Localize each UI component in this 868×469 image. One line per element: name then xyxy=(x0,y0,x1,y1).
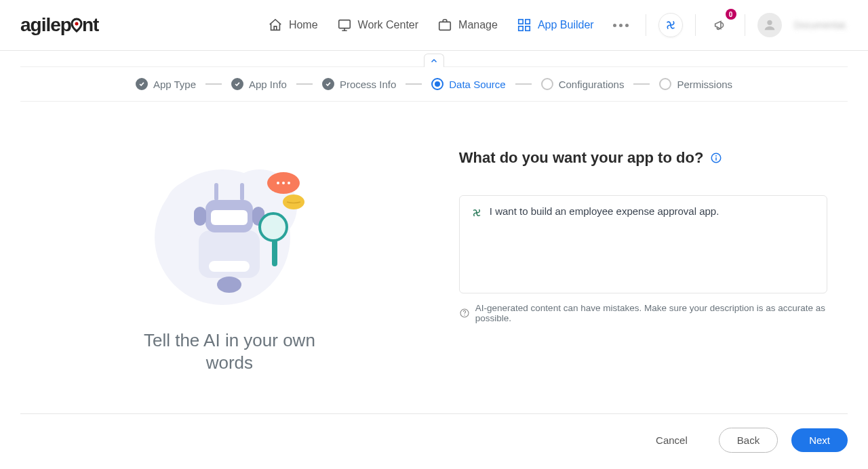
step-separator xyxy=(296,83,313,85)
svg-point-25 xyxy=(260,213,287,241)
ai-assist-button[interactable] xyxy=(658,13,683,37)
left-column: Tell the AI in your own words xyxy=(41,142,418,373)
svg-rect-16 xyxy=(240,183,244,201)
nav-home-label: Home xyxy=(289,19,318,31)
brand-pin-icon xyxy=(71,18,83,33)
nav-items: Home Work Center Manage App Builder xyxy=(268,18,629,33)
back-button[interactable]: Back xyxy=(719,428,778,453)
active-circle-icon xyxy=(431,78,443,90)
svg-point-21 xyxy=(277,182,279,184)
step-app-info[interactable]: App Info xyxy=(231,78,287,90)
illustration-tagline: Tell the AI in your own words xyxy=(127,329,331,373)
nav-more[interactable] xyxy=(613,24,629,27)
divider xyxy=(745,14,745,36)
prompt-heading: What do you want your app to do? xyxy=(459,149,827,167)
step-label: App Type xyxy=(153,79,196,90)
pinwheel-icon xyxy=(664,18,677,32)
ai-disclaimer-text: AI-generated content can have mistakes. … xyxy=(475,303,827,323)
page: App Type App Info Process Info Data Sour… xyxy=(0,54,868,373)
topbar: agilep nt Home Work Center Manage xyxy=(0,0,868,51)
step-separator xyxy=(205,83,222,85)
content: Tell the AI in your own words What do yo… xyxy=(20,102,848,373)
next-button[interactable]: Next xyxy=(791,428,848,452)
svg-point-23 xyxy=(288,182,290,184)
svg-point-28 xyxy=(715,155,717,157)
empty-circle-icon xyxy=(541,78,553,90)
right-column: What do you want your app to do? AI-gene… xyxy=(459,142,827,373)
nav-app-builder[interactable]: App Builder xyxy=(517,18,594,33)
svg-rect-4 xyxy=(526,20,530,24)
svg-rect-15 xyxy=(214,183,218,201)
person-icon xyxy=(762,18,777,33)
monitor-icon xyxy=(337,18,352,33)
svg-rect-3 xyxy=(519,20,523,24)
step-process-info[interactable]: Process Info xyxy=(322,78,396,90)
prompt-heading-text: What do you want your app to do? xyxy=(459,149,704,167)
footer-actions: Cancel Back Next xyxy=(20,413,848,453)
help-icon xyxy=(459,308,470,319)
brand-logo: agilep nt xyxy=(20,14,98,36)
notifications-button[interactable]: 0 xyxy=(708,13,732,37)
info-icon[interactable] xyxy=(710,152,722,164)
step-label: Permissions xyxy=(677,79,732,90)
dot-icon xyxy=(619,24,623,27)
svg-point-7 xyxy=(767,20,772,25)
svg-rect-6 xyxy=(526,26,530,30)
stepper: App Type App Info Process Info Data Sour… xyxy=(20,66,848,102)
grid-icon xyxy=(517,18,532,33)
svg-point-22 xyxy=(282,182,285,184)
dot-icon xyxy=(613,24,616,27)
step-separator xyxy=(515,83,532,85)
nav-manage[interactable]: Manage xyxy=(437,18,498,33)
step-label: App Info xyxy=(249,79,287,90)
svg-rect-5 xyxy=(519,26,523,30)
step-separator xyxy=(406,83,422,85)
pinwheel-icon xyxy=(471,207,483,219)
svg-point-19 xyxy=(217,277,241,293)
step-label: Process Info xyxy=(340,79,396,90)
ai-disclaimer: AI-generated content can have mistakes. … xyxy=(459,303,827,323)
svg-rect-14 xyxy=(211,210,248,225)
notification-badge: 0 xyxy=(726,9,736,20)
check-circle-icon xyxy=(231,78,243,90)
step-configurations[interactable]: Configurations xyxy=(541,78,625,90)
svg-rect-17 xyxy=(194,207,206,226)
home-icon xyxy=(268,18,283,33)
nav-home[interactable]: Home xyxy=(268,18,318,33)
toolbar-right: 0 Documentat. xyxy=(646,13,848,37)
svg-rect-1 xyxy=(338,20,350,28)
divider xyxy=(646,14,646,36)
step-label: Data Source xyxy=(449,79,505,90)
briefcase-icon xyxy=(437,18,452,33)
brand-text-1: agilep xyxy=(20,14,71,36)
nav-manage-label: Manage xyxy=(458,19,498,31)
ai-description-input[interactable] xyxy=(459,195,827,293)
svg-rect-29 xyxy=(716,157,717,161)
svg-point-0 xyxy=(75,22,78,26)
svg-rect-12 xyxy=(209,261,250,272)
step-label: Configurations xyxy=(559,79,625,90)
check-circle-icon xyxy=(322,78,334,90)
step-data-source[interactable]: Data Source xyxy=(431,78,505,90)
empty-circle-icon xyxy=(659,78,671,90)
check-circle-icon xyxy=(136,78,148,90)
step-separator xyxy=(633,83,650,85)
svg-point-24 xyxy=(283,195,304,209)
nav-work-center[interactable]: Work Center xyxy=(337,18,419,33)
svg-rect-2 xyxy=(439,22,451,30)
dot-icon xyxy=(625,24,629,27)
brand-text-2: nt xyxy=(82,14,98,36)
cancel-button[interactable]: Cancel xyxy=(638,428,705,452)
svg-rect-26 xyxy=(272,239,277,266)
nav-work-center-label: Work Center xyxy=(358,19,419,31)
svg-point-31 xyxy=(464,314,465,315)
divider xyxy=(695,14,696,36)
collapse-stepper-toggle[interactable] xyxy=(424,54,444,67)
user-avatar[interactable] xyxy=(757,13,782,37)
ai-description-textarea[interactable] xyxy=(490,205,816,283)
step-app-type[interactable]: App Type xyxy=(136,78,196,90)
user-name: Documentat. xyxy=(794,20,848,30)
chevron-up-icon xyxy=(430,57,438,65)
megaphone-icon xyxy=(713,18,728,33)
step-permissions[interactable]: Permissions xyxy=(659,78,732,90)
